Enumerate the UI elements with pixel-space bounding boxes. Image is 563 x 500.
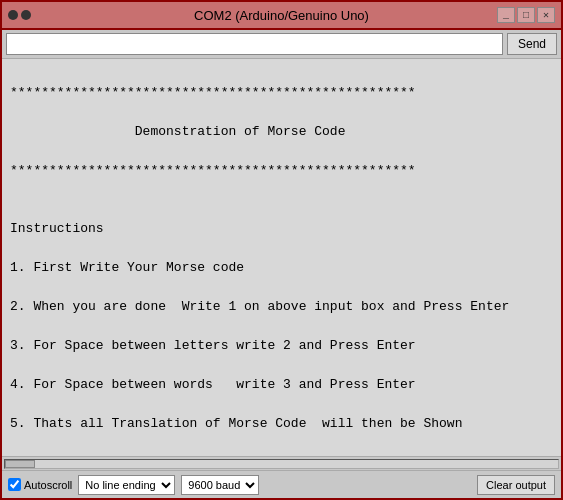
autoscroll-container: Autoscroll (8, 478, 72, 491)
horizontal-scrollbar[interactable] (2, 456, 561, 470)
title-bar: COM2 (Arduino/Genuino Uno) _ □ ✕ (2, 2, 561, 30)
instruction-2: 2. When you are done Write 1 on above in… (10, 297, 553, 317)
scrollbar-track[interactable] (4, 459, 559, 469)
stars-bottom: ****************************************… (10, 161, 553, 181)
maximize-button[interactable]: □ (517, 7, 535, 23)
main-content: ****************************************… (2, 59, 561, 456)
dot-1 (8, 10, 18, 20)
demo-title: Demonstration of Morse Code (10, 122, 553, 142)
content-display: ****************************************… (10, 63, 553, 456)
title-bar-dots (8, 10, 31, 20)
title-bar-left (8, 10, 31, 20)
autoscroll-label: Autoscroll (24, 479, 72, 491)
toolbar: Send (2, 30, 561, 59)
send-button[interactable]: Send (507, 33, 557, 55)
close-button[interactable]: ✕ (537, 7, 555, 23)
line-ending-select[interactable]: No line ending (78, 475, 175, 495)
main-window: COM2 (Arduino/Genuino Uno) _ □ ✕ Send **… (0, 0, 563, 500)
dot-2 (21, 10, 31, 20)
command-input[interactable] (6, 33, 503, 55)
instructions-header: Instructions (10, 219, 553, 239)
title-controls: _ □ ✕ (497, 7, 555, 23)
baud-rate-select[interactable]: 9600 baud (181, 475, 259, 495)
scrollbar-thumb[interactable] (5, 460, 35, 468)
instruction-3: 3. For Space between letters write 2 and… (10, 336, 553, 356)
clear-output-button[interactable]: Clear output (477, 475, 555, 495)
instruction-4: 4. For Space between words write 3 and P… (10, 375, 553, 395)
stars-top: ****************************************… (10, 83, 553, 103)
minimize-button[interactable]: _ (497, 7, 515, 23)
window-title: COM2 (Arduino/Genuino Uno) (194, 8, 369, 23)
instruction-5: 5. Thats all Translation of Morse Code w… (10, 414, 553, 434)
autoscroll-checkbox[interactable] (8, 478, 21, 491)
status-bar: Autoscroll No line ending 9600 baud Clea… (2, 470, 561, 498)
instruction-1: 1. First Write Your Morse code (10, 258, 553, 278)
